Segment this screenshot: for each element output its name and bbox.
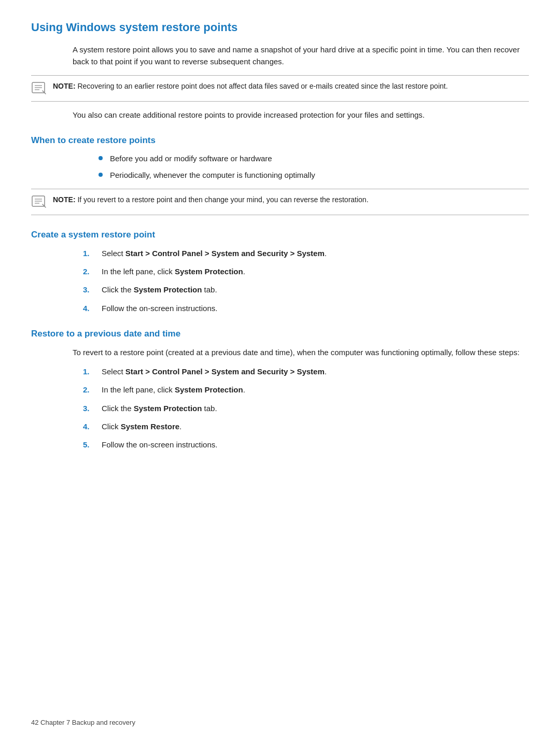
list-item: Periodically, whenever the computer is f…	[99, 170, 529, 181]
note-icon-1	[31, 81, 48, 96]
section2-steps: 1. Select Start > Control Panel > System…	[83, 247, 529, 314]
section3-intro: To revert to a restore point (created at…	[73, 346, 529, 358]
note-content-2: NOTE: If you revert to a restore point a…	[53, 194, 369, 205]
section3-heading: Restore to a previous date and time	[31, 329, 529, 339]
bullet-list: Before you add or modify software or har…	[99, 153, 529, 181]
list-item: 4. Click System Restore.	[83, 420, 529, 432]
intro-paragraph: A system restore point allows you to sav…	[73, 44, 529, 68]
step-text-4: Follow the on-screen instructions.	[102, 302, 217, 314]
list-item: 5. Follow the on-screen instructions.	[83, 439, 529, 451]
section3-steps: 1. Select Start > Control Panel > System…	[83, 366, 529, 451]
step-s3-text-5: Follow the on-screen instructions.	[102, 439, 217, 451]
step-number-2: 2.	[83, 265, 94, 277]
step-text-2: In the left pane, click System Protectio…	[102, 265, 245, 277]
list-item: 2. In the left pane, click System Protec…	[83, 384, 529, 396]
step-text-3: Click the System Protection tab.	[102, 284, 217, 296]
list-item: 2. In the left pane, click System Protec…	[83, 265, 529, 277]
step-s3-text-1: Select Start > Control Panel > System an…	[102, 366, 327, 377]
note-text-1-body: Recovering to an earlier restore point d…	[77, 82, 447, 90]
step-s3-text-2: In the left pane, click System Protectio…	[102, 384, 245, 396]
bullet-text-2: Periodically, whenever the computer is f…	[110, 170, 315, 181]
step-number-4: 4.	[83, 302, 94, 314]
note-icon-2	[31, 195, 48, 209]
step-number-1: 1.	[83, 247, 94, 259]
list-item: Before you add or modify software or har…	[99, 153, 529, 165]
list-item: 1. Select Start > Control Panel > System…	[83, 247, 529, 259]
bullet-dot-2	[99, 173, 103, 177]
page-title: Using Windows system restore points	[31, 21, 529, 34]
note-content-1: NOTE: Recovering to an earlier restore p…	[53, 81, 448, 92]
note-label-1: NOTE:	[53, 82, 76, 90]
section1-heading: When to create restore points	[31, 135, 529, 146]
section2-heading: Create a system restore point	[31, 230, 529, 240]
page-footer: 42 Chapter 7 Backup and recovery	[31, 719, 135, 726]
list-item: 1. Select Start > Control Panel > System…	[83, 366, 529, 377]
step-number-3: 3.	[83, 284, 94, 296]
list-item: 4. Follow the on-screen instructions.	[83, 302, 529, 314]
note-label-2: NOTE:	[53, 195, 76, 204]
bullet-text-1: Before you add or modify software or har…	[110, 153, 272, 165]
additional-info-paragraph: You also can create additional restore p…	[73, 109, 529, 121]
step-s3-number-2: 2.	[83, 384, 94, 396]
step-s3-text-3: Click the System Protection tab.	[102, 402, 217, 414]
step-s3-number-5: 5.	[83, 439, 94, 451]
bullet-dot-1	[99, 156, 103, 160]
note-text-2-content: If you revert to a restore point and the…	[77, 195, 368, 204]
note-box-1: NOTE: Recovering to an earlier restore p…	[31, 75, 529, 102]
step-s3-text-4: Click System Restore.	[102, 420, 181, 432]
list-item: 3. Click the System Protection tab.	[83, 284, 529, 296]
note-box-2: NOTE: If you revert to a restore point a…	[31, 189, 529, 215]
list-item: 3. Click the System Protection tab.	[83, 402, 529, 414]
step-s3-number-1: 1.	[83, 366, 94, 377]
step-s3-number-3: 3.	[83, 402, 94, 414]
step-text-1: Select Start > Control Panel > System an…	[102, 247, 327, 259]
step-s3-number-4: 4.	[83, 420, 94, 432]
